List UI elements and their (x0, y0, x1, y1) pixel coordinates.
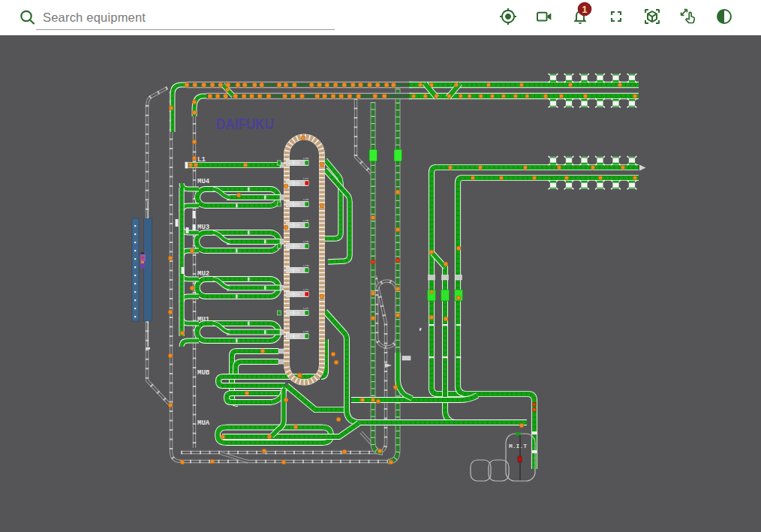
svg-text:MU1: MU1 (197, 316, 210, 323)
svg-text:LT8: LT8 (303, 198, 309, 201)
svg-text:MUB: MUB (197, 369, 210, 377)
svg-text:MU2: MU2 (197, 270, 209, 278)
svg-text:LT2: LT2 (303, 288, 309, 291)
svg-text:LT8: LT8 (303, 240, 309, 243)
svg-text:LT8: LT8 (303, 157, 309, 160)
svg-text:LT7: LT7 (303, 307, 309, 310)
svg-text:MU3: MU3 (197, 224, 209, 231)
svg-text:LT3: LT3 (303, 264, 309, 267)
svg-text:MU4: MU4 (197, 178, 210, 185)
svg-text:LT7: LT7 (303, 177, 309, 180)
svg-text:LT8: LT8 (303, 330, 309, 333)
svg-text:L1: L1 (197, 156, 206, 164)
svg-text:1: 1 (582, 5, 588, 15)
svg-text:M.I.T: M.I.T (509, 443, 527, 449)
svg-text:DAIFUKU: DAIFUKU (216, 116, 274, 132)
svg-text:LT5: LT5 (303, 219, 309, 222)
svg-text:MUA: MUA (197, 419, 210, 427)
